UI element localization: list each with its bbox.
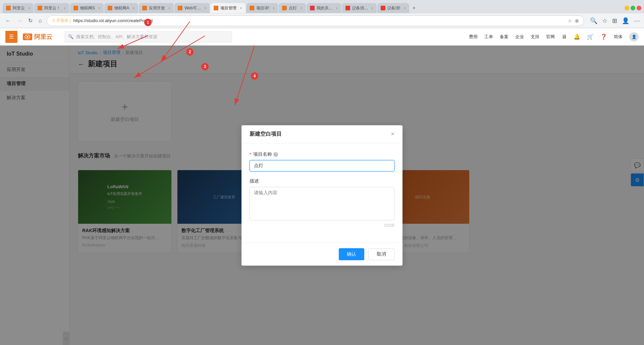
- customize-icon[interactable]: ⊕: [575, 18, 579, 23]
- tab-label-7: 项目管理: [220, 5, 236, 11]
- tab-label-9: 点灯: [289, 5, 297, 11]
- top-navigation: ☰ 阿里云 🔍 搜索文档、控制台、API、解决方案和资源 费用 工单 备案 企业…: [0, 28, 644, 46]
- tab-iot1[interactable]: 物联网S ×: [70, 3, 104, 13]
- confirm-button[interactable]: 确认: [339, 248, 364, 260]
- url-text: https://studio.iot.aliyun.com/createProj…: [73, 18, 565, 23]
- tab-light[interactable]: 点灯 ×: [279, 3, 306, 13]
- user-avatar[interactable]: 👤: [629, 32, 639, 42]
- top-nav-links: 费用 工单 备案 企业 支持 官网 🖥 🔔 🛒 ❓ 简体 👤: [469, 32, 639, 42]
- search-placeholder: 搜索文档、控制台、API、解决方案和资源: [76, 34, 157, 40]
- tab-label-11: (2条消…: [352, 5, 368, 11]
- nav-link-simple[interactable]: 简体: [614, 34, 623, 40]
- hamburger-menu-button[interactable]: ☰: [5, 31, 17, 43]
- nav-link-icp[interactable]: 备案: [500, 34, 508, 40]
- tab-favicon-9: [282, 6, 287, 10]
- nav-link-ticket[interactable]: 工单: [484, 34, 493, 40]
- nav-link-official[interactable]: 官网: [546, 34, 555, 40]
- minimize-button[interactable]: [625, 6, 629, 10]
- tab-myguan[interactable]: 我的关… ×: [307, 3, 341, 13]
- svg-point-0: [27, 36, 29, 38]
- browser-chrome: 阿里云 × 阿里云！ × 物联网S × 物联网A × 应用开发 × Web可… …: [0, 0, 644, 28]
- logo-text: 阿里云: [34, 33, 52, 41]
- tab-label-4: 物联网A: [114, 5, 129, 11]
- tab-label-1: 阿里云: [13, 5, 25, 11]
- aliyun-logo: 阿里云: [23, 33, 52, 41]
- browser-action-icons: 🔍 ☆ ⊞ 👤 ⋯: [590, 17, 640, 24]
- home-button[interactable]: ⌂: [37, 16, 43, 25]
- cart-icon[interactable]: 🛒: [587, 33, 594, 40]
- textarea-char-count: 0/100: [250, 223, 394, 228]
- bookmark-star-icon[interactable]: ☆: [602, 17, 607, 24]
- tab-favicon-1: [6, 6, 11, 10]
- form-label-desc: 描述: [250, 178, 394, 184]
- required-marker: *: [250, 152, 251, 157]
- window-controls: [625, 6, 641, 10]
- dialog-close-button[interactable]: ×: [391, 131, 394, 138]
- tab-favicon-3: [73, 6, 78, 10]
- bookmark-icon[interactable]: ☆: [568, 18, 572, 23]
- tab-favicon-7: [214, 6, 218, 10]
- url-bar[interactable]: ⚠ 不安全 | https://studio.iot.aliyun.com/cr…: [47, 15, 584, 26]
- logo-icon: [23, 33, 32, 40]
- dialog-footer: 确认 取消: [241, 243, 402, 266]
- form-item-name: * 项目名称 ?: [250, 151, 394, 171]
- tab-label-6: Web可…: [184, 5, 201, 11]
- tab-label-10: 我的关…: [317, 5, 333, 11]
- tab-bar: 阿里云 × 阿里云！ × 物联网S × 物联网A × 应用开发 × Web可… …: [0, 0, 644, 13]
- tab-aliyun2[interactable]: 阿里云！ ×: [34, 3, 69, 13]
- tab-favicon-10: [310, 6, 315, 10]
- form-item-desc: 描述 0/100: [250, 178, 394, 228]
- url-action-icons: ☆ ⊕: [568, 18, 579, 23]
- tab-msg1[interactable]: (2条消… ×: [342, 3, 377, 13]
- tab-favicon-2: [38, 6, 42, 10]
- nav-link-enterprise[interactable]: 企业: [515, 34, 524, 40]
- tab-project-detail[interactable]: 项目详! ×: [246, 3, 278, 13]
- global-search-bar[interactable]: 🔍 搜索文档、控制台、API、解决方案和资源: [64, 31, 232, 43]
- address-bar: ← → ↻ ⌂ ⚠ 不安全 | https://studio.iot.aliyu…: [0, 13, 644, 28]
- back-button[interactable]: ←: [4, 16, 12, 25]
- tab-label-2: 阿里云！: [44, 5, 60, 11]
- tab-favicon-6: [178, 6, 182, 10]
- notification-bell-icon[interactable]: 🔔: [574, 33, 580, 40]
- modal-overlay: 新建空白项目 × * 项目名称 ? 描述 0/100 确认 取消: [0, 46, 644, 345]
- tab-web[interactable]: Web可… ×: [174, 3, 210, 13]
- bookmarks-icon[interactable]: ⊞: [612, 17, 617, 24]
- dialog-header: 新建空白项目 ×: [241, 125, 402, 143]
- tab-favicon-8: [250, 6, 254, 10]
- maximize-button[interactable]: [631, 6, 635, 10]
- tab-appdev[interactable]: 应用开发 ×: [139, 3, 174, 13]
- tab-label-3: 物联网S: [80, 5, 95, 11]
- cancel-button[interactable]: 取消: [368, 248, 394, 260]
- tab-favicon-11: [345, 6, 350, 10]
- zoom-icon[interactable]: 🔍: [590, 17, 597, 24]
- new-tab-button[interactable]: +: [410, 5, 418, 11]
- form-label-name: * 项目名称 ?: [250, 151, 394, 157]
- project-desc-textarea[interactable]: [250, 187, 394, 220]
- search-icon: 🔍: [68, 34, 73, 39]
- dialog-title: 新建空白项目: [250, 131, 282, 138]
- tab-project-mgmt[interactable]: 项目管理 ×: [210, 3, 245, 13]
- close-button[interactable]: [637, 6, 641, 10]
- tab-aliyun1[interactable]: 阿里云 ×: [3, 3, 34, 13]
- user-profile-icon[interactable]: 👤: [622, 17, 629, 24]
- tab-label-5: 应用开发: [149, 5, 165, 11]
- more-options-icon[interactable]: ⋯: [634, 17, 640, 24]
- project-name-input[interactable]: [250, 160, 394, 171]
- forward-button[interactable]: →: [15, 16, 23, 25]
- refresh-button[interactable]: ↻: [27, 16, 34, 25]
- create-project-dialog: 新建空白项目 × * 项目名称 ? 描述 0/100 确认 取消: [241, 125, 402, 266]
- project-name-label: 项目名称: [253, 151, 272, 157]
- help-icon[interactable]: ?: [273, 152, 278, 157]
- tab-label-12: (2条消!: [387, 5, 400, 11]
- tab-label-8: 项目详!: [256, 5, 269, 11]
- tab-favicon-12: [381, 6, 385, 10]
- tab-iot2[interactable]: 物联网A ×: [104, 3, 138, 13]
- nav-link-support[interactable]: 支持: [531, 34, 539, 40]
- nav-link-fees[interactable]: 费用: [469, 34, 478, 40]
- screen-icon[interactable]: 🖥: [561, 34, 567, 40]
- desc-label: 描述: [250, 178, 259, 184]
- help-icon[interactable]: ❓: [600, 33, 607, 40]
- tab-msg2[interactable]: (2条消! ×: [377, 3, 409, 13]
- dialog-body: * 项目名称 ? 描述 0/100: [241, 143, 402, 243]
- tab-favicon-4: [108, 6, 112, 10]
